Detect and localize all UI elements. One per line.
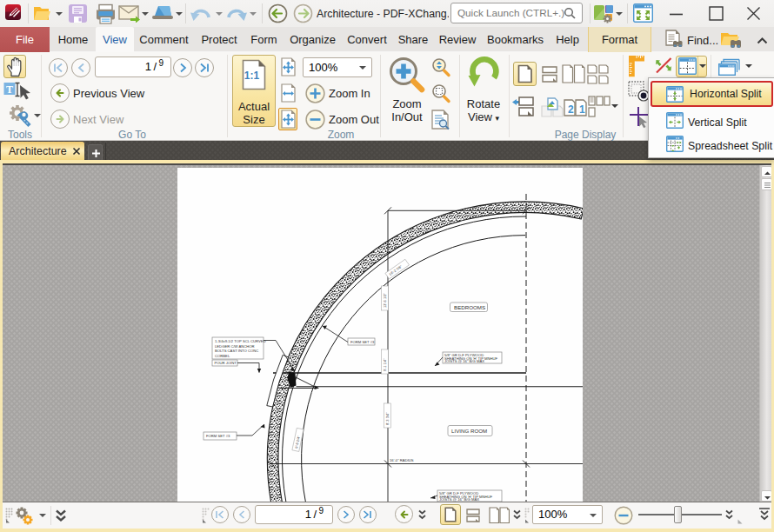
svg-text:FORM SET #3: FORM SET #3: [350, 340, 375, 344]
svg-text:LEDGER C/W ANCHOR: LEDGER C/W ANCHOR: [215, 344, 255, 349]
svg-text:1:1: 1:1: [244, 70, 260, 82]
svg-text:BOLTS CAST INTO CONC: BOLTS CAST INTO CONC: [215, 349, 258, 353]
svg-text:FORM SET #3: FORM SET #3: [206, 434, 230, 438]
svg-text:CORBEL: CORBEL: [215, 354, 230, 358]
svg-text:T: T: [6, 83, 13, 96]
svg-text:16'-0" RADIUS: 16'-0" RADIUS: [390, 458, 414, 462]
svg-text:1-3/4x9-1/2 TOP SCL CURVED: 1-3/4x9-1/2 TOP SCL CURVED: [215, 339, 266, 343]
svg-text:12'-6 1/2": 12'-6 1/2": [383, 293, 387, 308]
svg-text:BEDROOMS: BEDROOMS: [454, 304, 485, 310]
svg-text:LIVING ROOM: LIVING ROOM: [451, 428, 487, 434]
svg-text:JOISTS @ 16" B/G MAX: JOISTS @ 16" B/G MAX: [444, 359, 484, 363]
svg-text:1: 1: [579, 103, 585, 116]
svg-text:9'-1 1/4": 9'-1 1/4": [383, 358, 387, 371]
svg-text:2: 2: [568, 103, 574, 116]
svg-text:POUR JOINT: POUR JOINT: [215, 361, 237, 365]
svg-text:8'-3 3/4": 8'-3 3/4": [385, 412, 390, 425]
